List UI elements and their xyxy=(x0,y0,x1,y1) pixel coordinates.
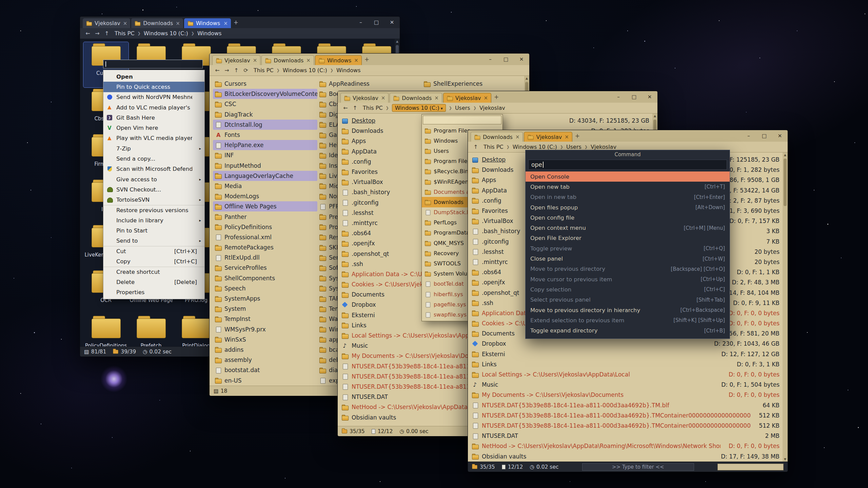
file-row[interactable]: DtcInstall.log xyxy=(213,120,317,130)
file-row[interactable]: Local Settings -> C:\Users\Vjekoslav\App… xyxy=(468,369,788,380)
scroll-up-icon[interactable]: ▲ xyxy=(396,40,398,43)
file-row[interactable]: ModemLogs xyxy=(213,191,317,201)
context-menu-item[interactable]: Git Bash Here xyxy=(103,113,204,123)
file-row[interactable]: Links D: 0, F: 3, 1 KB xyxy=(468,359,788,369)
new-tab-button[interactable]: + xyxy=(363,56,371,63)
breadcrumb-item[interactable]: Windows xyxy=(188,30,222,37)
context-menu-item[interactable]: Send a copy... xyxy=(103,154,204,164)
file-row[interactable]: ServiceProfiles xyxy=(213,263,317,273)
context-menu-item[interactable]: Restore previous versions xyxy=(103,205,204,215)
file-row[interactable]: Panther xyxy=(213,211,317,222)
tab-close-icon[interactable]: × xyxy=(484,95,488,101)
file-row[interactable]: CSC xyxy=(213,99,317,109)
vertical-scrollbar[interactable]: ▲▼ xyxy=(783,152,788,462)
file-row[interactable]: ShellExperiences xyxy=(422,79,526,89)
file-row[interactable]: bootstat.dat xyxy=(213,365,317,375)
scroll-up-icon[interactable]: ▲ xyxy=(654,114,656,118)
close-button[interactable]: ✕ xyxy=(772,130,788,142)
palette-command-item[interactable]: Copy selection [Ctrl+C] xyxy=(526,284,730,294)
back-button[interactable]: ← xyxy=(83,30,92,37)
scrollbar-thumb[interactable] xyxy=(784,159,787,206)
breadcrumb-item[interactable]: Windows 10 (C:) xyxy=(504,144,557,150)
tab[interactable]: Downloads × xyxy=(390,93,442,103)
file-row[interactable]: Music D: 0, F: 1, 504 bytes xyxy=(468,380,788,390)
breadcrumb-item[interactable]: This PC xyxy=(363,105,383,111)
file-row[interactable]: NTUSER.DAT{53b39e88-18c4-11ea-a811-000d3… xyxy=(468,410,788,421)
file-row[interactable]: LanguageOverlayCache xyxy=(213,171,317,181)
context-menu-item[interactable]: Pin to Quick access xyxy=(103,82,204,92)
file-row[interactable]: Professional.xml xyxy=(213,232,317,242)
palette-command-item[interactable]: Open files popup [Alt+Down] xyxy=(526,202,730,212)
breadcrumb-item[interactable]: This PC xyxy=(484,144,504,150)
palette-command-item[interactable]: Move to previous directory [Backspace] [… xyxy=(526,264,730,274)
palette-command-item[interactable]: Open context menu [Ctrl+M] [Menu] xyxy=(526,223,730,233)
file-row[interactable]: HelpPane.exe xyxy=(213,140,317,150)
context-menu-item[interactable]: Open Vim here xyxy=(103,123,204,133)
palette-command-item[interactable]: Close panel [Ctrl+W] xyxy=(526,253,730,264)
file-row[interactable]: BitLockerDiscoveryVolumeContents xyxy=(213,89,317,99)
tab-close-icon[interactable]: × xyxy=(434,95,439,101)
forward-button[interactable]: → xyxy=(222,67,231,74)
up-button[interactable]: ↑ xyxy=(102,30,111,37)
context-menu-item[interactable]: Create shortcut xyxy=(103,267,204,277)
scroll-up-icon[interactable]: ▲ xyxy=(784,153,786,157)
tab-close-icon[interactable]: × xyxy=(565,134,569,140)
breadcrumb-item[interactable]: Windows 10 (C:) xyxy=(383,104,446,112)
file-row[interactable]: Dropbox D: 230, F: 1043, 46 GB xyxy=(468,339,788,349)
close-button[interactable]: ✕ xyxy=(514,54,529,65)
file-row[interactable]: en-US xyxy=(213,375,317,385)
breadcrumb-item[interactable]: This PC xyxy=(254,67,274,74)
context-menu-item[interactable]: Give access to ▸ xyxy=(103,174,204,184)
breadcrumb-item[interactable]: Windows 10 (C:) xyxy=(274,67,327,74)
tab[interactable]: Vjekoslav × xyxy=(524,132,572,142)
context-menu-item[interactable]: SVN Checkout... xyxy=(103,184,204,195)
path-filter-input[interactable] xyxy=(423,116,501,124)
palette-command-item[interactable]: Select previous panel [Shift+Tab] xyxy=(526,295,730,305)
context-menu-item[interactable]: Send with NordVPN Meshnet xyxy=(103,92,204,102)
context-menu-item[interactable]: Delete [Delete] xyxy=(103,277,204,287)
minimize-button[interactable]: – xyxy=(611,91,626,103)
palette-command-item[interactable]: Toggle preview [Ctrl+Q] xyxy=(526,243,730,253)
breadcrumb-item[interactable]: Users xyxy=(446,105,470,111)
context-menu-item[interactable]: Open xyxy=(103,72,204,82)
minimize-button[interactable]: – xyxy=(353,17,369,28)
file-row[interactable]: RemotePackages xyxy=(213,242,317,252)
tab[interactable]: Vjekoslav × xyxy=(212,55,260,65)
tab-close-icon[interactable]: × xyxy=(306,57,311,63)
file-row[interactable]: NetHood -> C:\Users\Vjekoslav\AppData\Ro… xyxy=(468,441,788,451)
type-to-filter-input[interactable]: >> Type to filter << xyxy=(582,463,694,471)
palette-command-item[interactable]: Open File Explorer xyxy=(526,233,730,243)
back-button[interactable]: ← xyxy=(341,105,350,111)
file-row[interactable]: NTUSER.DAT{53b39e88-18c4-11ea-a811-000d3… xyxy=(468,421,788,431)
file-row[interactable]: My Documents -> C:\Users\Vjekoslav\Docum… xyxy=(468,390,788,400)
context-menu-item[interactable]: Send to ▸ xyxy=(103,236,204,246)
file-row[interactable]: SystemApps xyxy=(213,293,317,304)
breadcrumb-item[interactable]: Users xyxy=(557,144,581,150)
minimize-button[interactable]: – xyxy=(482,54,498,65)
palette-command-item[interactable]: Open Console xyxy=(526,171,730,182)
context-menu-item[interactable]: Scan with Microsoft Defender... xyxy=(103,164,204,174)
tab-close-icon[interactable]: × xyxy=(253,57,257,63)
tab-close-icon[interactable]: × xyxy=(223,20,228,26)
tab-close-icon[interactable]: × xyxy=(354,57,358,63)
palette-command-item[interactable]: Toggle expand directory [Ctrl+B] xyxy=(526,325,730,336)
context-menu-item[interactable]: TortoiseSVN ▸ xyxy=(103,195,204,205)
new-tab-button[interactable]: + xyxy=(573,133,581,139)
palette-command-item[interactable]: Extend selection to previous item [Shift… xyxy=(526,315,730,325)
context-menu-item[interactable]: Properties xyxy=(103,287,204,297)
breadcrumb-item[interactable]: This PC xyxy=(115,30,135,37)
close-button[interactable]: ✕ xyxy=(384,17,400,28)
palette-command-item[interactable]: Open in new tab [Ctrl+Enter] xyxy=(526,192,730,202)
breadcrumb-item[interactable]: Windows xyxy=(327,67,361,74)
file-row[interactable]: Speech xyxy=(213,283,317,293)
grid-folder-item[interactable]: PolicyDefinitions xyxy=(83,314,129,346)
breadcrumb-item[interactable]: Windows 10 (C:) xyxy=(135,30,188,37)
maximize-button[interactable]: □ xyxy=(756,130,772,142)
context-menu-item[interactable]: Copy [Ctrl+C] xyxy=(103,256,204,266)
file-row[interactable]: RtlExUpd.dll xyxy=(213,252,317,263)
tab[interactable]: Downloads × xyxy=(261,55,314,65)
context-menu-item[interactable]: Play with VLC media player xyxy=(103,133,204,143)
back-button[interactable]: ← xyxy=(213,67,222,74)
close-button[interactable]: ✕ xyxy=(642,91,657,103)
file-row[interactable]: NTUSER.DAT 2 MB xyxy=(468,431,788,441)
